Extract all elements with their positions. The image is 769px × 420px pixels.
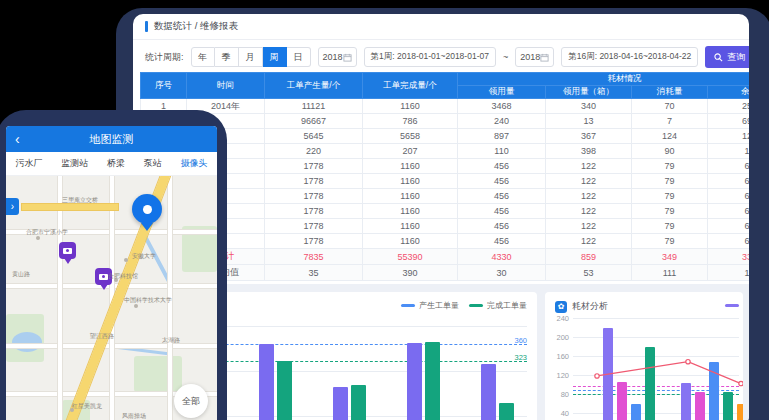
table-cell: 3468 — [458, 99, 546, 114]
breadcrumb: 数据统计 / 维修报表 — [133, 14, 749, 40]
phone-page-title: 地图监测 — [6, 132, 217, 147]
table-cell: 55390 — [363, 249, 458, 265]
table-cell: 456 — [458, 219, 546, 234]
table-cell: 79 — [632, 159, 708, 174]
year-start-value: 2018 — [323, 52, 343, 62]
calendar-icon — [343, 53, 352, 62]
show-all-button[interactable]: 全部 — [174, 384, 208, 418]
week-start-value: 第1周: 2018-01-01~2018-01-07 — [371, 51, 489, 63]
bar — [481, 364, 496, 420]
bar — [351, 385, 366, 420]
camera-glyph — [63, 248, 72, 254]
table-cell: 1778 — [265, 189, 363, 204]
query-button[interactable]: 查询 — [705, 46, 749, 68]
consumables-chart-card: ✿ 耗材分析 2402001601208040 — [545, 292, 743, 420]
map-label: 安徽大学 — [132, 252, 156, 261]
table-cell: 456 — [458, 174, 546, 189]
period-segment-日[interactable]: 日 — [287, 47, 311, 67]
phone-tab-污水厂[interactable]: 污水厂 — [15, 157, 42, 170]
table-cell: 897 — [458, 129, 546, 144]
table-cell: 398 — [546, 144, 632, 159]
filter-bar: 统计周期: 年季月周日 2018 第1周: 2018-01-01~2018-01… — [133, 40, 749, 74]
period-segment-周[interactable]: 周 — [263, 47, 287, 67]
bar — [277, 361, 292, 420]
table-cell: 349 — [632, 249, 708, 265]
camera-marker-icon[interactable] — [59, 242, 76, 259]
table-cell: 456 — [458, 159, 546, 174]
table-row: 10177811604561227967 — [141, 234, 750, 249]
bar — [259, 344, 274, 420]
phone-tab-摄像头[interactable]: 摄像头 — [181, 157, 208, 170]
map-road — [58, 176, 62, 420]
back-icon[interactable]: ‹ — [15, 132, 20, 146]
y-axis-tick: 80 — [549, 390, 569, 399]
period-segment-年[interactable]: 年 — [191, 47, 215, 67]
map-poi-dot — [124, 258, 128, 262]
reference-line-label: 323 — [514, 353, 527, 362]
table-cell: 220 — [265, 144, 363, 159]
table-cell: 1778 — [265, 174, 363, 189]
y-axis-tick: 40 — [549, 409, 569, 418]
phone-tab-泵站[interactable]: 泵站 — [144, 157, 162, 170]
phone-header: ‹ 地图监测 — [6, 126, 217, 152]
table-cell: 79 — [632, 189, 708, 204]
table-cell: 79 — [632, 174, 708, 189]
map-label: 合肥市宁溪小学 — [26, 228, 68, 237]
map-label: 望江西路 — [90, 332, 114, 341]
map-view[interactable]: › 全部 合肥市宁溪小学三里庵立交桥安徽大学合肥科技馆中国科学技术大学黄山路望江… — [6, 176, 217, 420]
map-park — [134, 356, 182, 392]
table-cell: 19 — [708, 144, 750, 159]
table-cell: 67 — [708, 174, 750, 189]
table-cell: 390 — [363, 265, 458, 281]
table-cell: 1160 — [363, 204, 458, 219]
table-cell: 53 — [546, 265, 632, 281]
year-end-value: 2018 — [520, 52, 540, 62]
table-cell: 129 — [708, 129, 750, 144]
table-cell: 122 — [546, 174, 632, 189]
phone-tab-bar: 污水厂监测站桥梁泵站摄像头 — [6, 152, 217, 176]
report-table: 序号 时间 工单产生量/个 工单完成量/个 耗材情况 领用量 领用量（箱） 消耗… — [140, 72, 749, 281]
table-cell: 79 — [632, 219, 708, 234]
table-cell: 67 — [708, 159, 750, 174]
week-end-input[interactable]: 第16周: 2018-04-16~2018-04-22 — [561, 47, 698, 67]
table-cell: 13 — [546, 114, 632, 129]
y-axis-tick: 120 — [549, 371, 569, 380]
table-row: 8177811604561227967 — [141, 204, 750, 219]
y-axis-tick: 240 — [549, 314, 569, 323]
period-segment-月[interactable]: 月 — [239, 47, 263, 67]
bar — [425, 342, 440, 420]
year-start-select[interactable]: 2018 — [318, 47, 357, 67]
map-label: 太湖路 — [162, 336, 180, 345]
year-end-select[interactable]: 2018 — [515, 47, 554, 67]
reference-line-label: 360 — [514, 336, 527, 345]
table-cell: 35 — [265, 265, 363, 281]
camera-glyph — [99, 274, 108, 280]
table-cell: 1778 — [265, 204, 363, 219]
phone-tab-桥梁[interactable]: 桥梁 — [107, 157, 125, 170]
phone-tab-监测站[interactable]: 监测站 — [61, 157, 88, 170]
week-end-value: 第16周: 2018-04-16~2018-04-22 — [568, 51, 691, 63]
search-icon — [714, 53, 723, 62]
col-header-sub4: 余量 — [708, 86, 750, 99]
table-cell: 111 — [632, 265, 708, 281]
table-cell: 122 — [546, 234, 632, 249]
consumables-plot: 2402001601208040 — [573, 318, 739, 420]
breadcrumb-text: 数据统计 / 维修报表 — [154, 20, 238, 33]
table-cell: 859 — [546, 249, 632, 265]
table-cell: 1778 — [265, 234, 363, 249]
table-cell: 14 — [708, 265, 750, 281]
map-expand-button[interactable]: › — [6, 198, 19, 215]
table-cell: 122 — [546, 159, 632, 174]
bar — [499, 403, 514, 420]
selected-camera-pin[interactable] — [132, 194, 162, 224]
table-cell: 786 — [363, 114, 458, 129]
col-header-sub2: 领用量（箱） — [546, 86, 632, 99]
table-cell: 5645 — [265, 129, 363, 144]
y-axis-tick: 200 — [549, 333, 569, 342]
table-cell: 1160 — [363, 99, 458, 114]
table-cell: 124 — [632, 129, 708, 144]
week-start-input[interactable]: 第1周: 2018-01-01~2018-01-07 — [364, 47, 496, 67]
table-cell: 122 — [546, 219, 632, 234]
table-cell: 1778 — [265, 219, 363, 234]
period-segment-季[interactable]: 季 — [215, 47, 239, 67]
